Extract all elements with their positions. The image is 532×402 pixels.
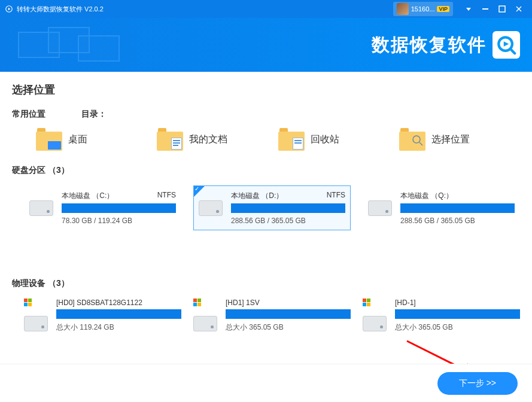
minimize-button[interactable]: [477, 0, 494, 18]
drive-title: 本地磁盘 （C:）: [62, 191, 114, 201]
physical-size: 总大小 119.24 GB: [56, 322, 181, 333]
banner: 数据恢复软件: [0, 18, 532, 72]
disk-icon: [29, 197, 56, 218]
partition-d[interactable]: 本地磁盘 （D:）NTFS 288.56 GB / 365.05 GB: [193, 185, 351, 230]
common-locations-label: 常用位置: [12, 109, 45, 120]
physical-title: [HD1] 1SV: [226, 299, 351, 307]
location-recycle[interactable]: 回收站: [278, 128, 399, 151]
location-label: 回收站: [311, 133, 339, 146]
banner-decoration: [18, 27, 126, 63]
physical-size: 总大小 365.05 GB: [226, 322, 351, 333]
footer: 下一步 >>: [0, 364, 532, 402]
physical-hd-1[interactable]: [HD-1] 总大小 365.05 GB: [363, 299, 520, 334]
usage-bar: [62, 203, 176, 213]
physical-hd1[interactable]: [HD1] 1SV 总大小 365.05 GB: [193, 299, 351, 334]
drive-size: 288.56 GB / 365.05 GB: [400, 217, 515, 225]
user-account-pill[interactable]: 15160... VIP: [393, 2, 453, 16]
common-locations-header: 常用位置 目录：: [12, 109, 520, 120]
location-label: 我的文档: [189, 133, 227, 146]
partitions-row: 本地磁盘 （C:）NTFS 78.30 GB / 119.24 GB 本地磁盘 …: [12, 185, 520, 230]
physical-hd0[interactable]: [HD0] SD8SBAT128G1122 总大小 119.24 GB: [24, 299, 181, 334]
location-label: 选择位置: [431, 133, 470, 146]
banner-title: 数据恢复软件: [372, 33, 487, 57]
drive-size: 288.56 GB / 365.05 GB: [231, 217, 345, 225]
usage-bar: [395, 309, 520, 319]
folder-icon: [157, 128, 183, 151]
svg-marker-1: [8, 8, 10, 11]
selected-check-icon: [194, 186, 205, 197]
folder-icon: [278, 128, 305, 151]
svg-rect-3: [482, 8, 488, 10]
physical-header: 物理设备 （3）: [12, 278, 520, 289]
physical-title: [HD0] SD8SBAT128G1122: [56, 299, 181, 307]
physical-disk-icon: [24, 299, 50, 334]
physical-size: 总大小 365.05 GB: [395, 322, 520, 333]
svg-rect-4: [499, 6, 505, 12]
location-choose[interactable]: 选择位置: [399, 128, 520, 151]
usage-bar: [56, 309, 181, 319]
app-logo-icon: [5, 5, 13, 13]
svg-line-8: [510, 49, 515, 53]
folder-icon: [36, 128, 62, 151]
common-locations-row: 桌面 我的文档 回收站 选择位置: [12, 128, 520, 151]
svg-line-11: [419, 142, 422, 145]
disk-icon: [199, 197, 225, 218]
user-id: 15160...: [411, 5, 435, 13]
svg-marker-2: [466, 8, 471, 11]
drive-title: 本地磁盘 （Q:）: [400, 191, 453, 201]
dropdown-button[interactable]: [460, 0, 477, 18]
drive-fs: NTFS: [157, 191, 176, 201]
titlebar: 转转大师数据恢复软件 V2.0.2 15160... VIP: [0, 0, 532, 18]
directory-label: 目录：: [81, 109, 107, 120]
avatar: [397, 3, 409, 15]
app-title: 转转大师数据恢复软件 V2.0.2: [17, 5, 104, 14]
partition-c[interactable]: 本地磁盘 （C:）NTFS 78.30 GB / 119.24 GB: [24, 185, 181, 230]
drive-title: 本地磁盘 （D:）: [231, 191, 283, 201]
partition-q[interactable]: 本地磁盘 （Q:） 288.56 GB / 365.05 GB: [363, 185, 520, 230]
disk-icon: [368, 197, 394, 218]
page-title: 选择位置: [12, 83, 520, 97]
drive-fs: NTFS: [327, 191, 345, 201]
folder-icon: [399, 128, 425, 151]
location-desktop[interactable]: 桌面: [36, 128, 157, 151]
physical-title: [HD-1]: [395, 299, 520, 307]
maximize-button[interactable]: [494, 0, 510, 18]
close-button[interactable]: [510, 0, 527, 18]
location-label: 桌面: [68, 133, 87, 146]
usage-bar: [400, 203, 515, 213]
physical-disk-icon: [363, 299, 389, 334]
next-button[interactable]: 下一步 >>: [437, 372, 518, 395]
content: 选择位置 常用位置 目录： 桌面 我的文档 回收站: [0, 72, 532, 334]
vip-badge: VIP: [437, 6, 449, 12]
usage-bar: [226, 309, 351, 319]
physical-disk-icon: [193, 299, 220, 334]
drive-size: 78.30 GB / 119.24 GB: [62, 217, 176, 225]
banner-logo-icon: [493, 31, 520, 59]
physical-row: [HD0] SD8SBAT128G1122 总大小 119.24 GB [HD1…: [12, 299, 520, 334]
location-documents[interactable]: 我的文档: [157, 128, 278, 151]
svg-marker-9: [504, 41, 509, 47]
partitions-header: 硬盘分区 （3）: [12, 165, 520, 176]
usage-bar: [231, 203, 345, 213]
svg-point-10: [413, 136, 420, 143]
